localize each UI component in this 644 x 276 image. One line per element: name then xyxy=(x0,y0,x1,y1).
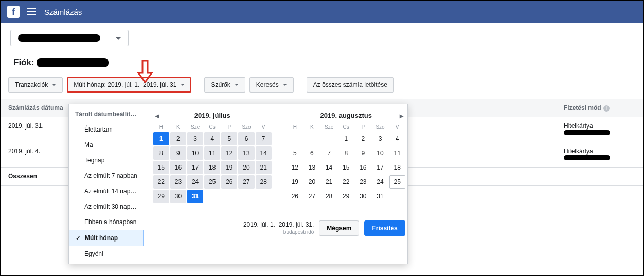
calendar-day[interactable]: 24 xyxy=(372,175,388,189)
calendar-day[interactable]: 3 xyxy=(187,132,203,145)
calendar-day[interactable]: 27 xyxy=(304,190,320,203)
dow-label: V xyxy=(256,124,272,130)
calendar-day[interactable]: 16 xyxy=(170,161,186,174)
calendar-day[interactable]: 26 xyxy=(221,175,237,189)
calendar-day[interactable]: 5 xyxy=(221,132,237,145)
calendar-day[interactable]: 12 xyxy=(221,146,237,160)
calendar-day[interactable]: 22 xyxy=(153,175,169,189)
date-range-dropdown[interactable]: Múlt hónap: 2019. júl. 1.–2019. júl. 31 xyxy=(67,77,191,93)
calendar-day[interactable]: 18 xyxy=(389,161,405,174)
calendar-month-2: 2019. augusztus▸ HKSzeCsPSzoV 1234567891… xyxy=(287,112,405,203)
calendar-day[interactable]: 24 xyxy=(187,175,203,189)
preset-header: Tárolt dátumbeállít… xyxy=(69,106,144,122)
calendar-day[interactable]: 17 xyxy=(372,161,388,174)
caret-down-icon xyxy=(52,84,56,86)
calendar-day[interactable]: 31 xyxy=(372,190,388,203)
facebook-logo[interactable]: f xyxy=(7,6,20,18)
calendar-day[interactable]: 3 xyxy=(372,132,388,145)
calendar-day[interactable]: 7 xyxy=(321,146,337,160)
calendar-day[interactable]: 1 xyxy=(153,132,169,145)
filters-dropdown[interactable]: Szűrők xyxy=(204,77,245,93)
calendar-day[interactable]: 27 xyxy=(238,175,254,189)
preset-item[interactable]: Tegnap xyxy=(69,153,144,168)
calendar-day[interactable]: 18 xyxy=(204,161,220,174)
calendar-day[interactable]: 1 xyxy=(338,132,354,145)
calendar-day[interactable]: 28 xyxy=(321,190,337,203)
calendar-day[interactable]: 23 xyxy=(355,175,371,189)
calendar-day[interactable]: 6 xyxy=(238,132,254,145)
hamburger-icon[interactable] xyxy=(27,8,36,15)
calendar-day[interactable]: 9 xyxy=(170,146,186,160)
ad-account-selector[interactable] xyxy=(10,30,129,46)
preset-item[interactable]: Egyéni xyxy=(69,246,144,262)
search-dropdown[interactable]: Keresés xyxy=(249,77,294,93)
cell-pay: Hitelkártya xyxy=(557,117,643,142)
calendar-day[interactable]: 9 xyxy=(355,146,371,160)
calendar-day[interactable]: 14 xyxy=(256,146,272,160)
prev-month-icon[interactable]: ◂ xyxy=(155,112,159,120)
calendar-day[interactable]: 6 xyxy=(304,146,320,160)
calendar-day[interactable]: 15 xyxy=(338,161,354,174)
preset-item[interactable]: Az elmúlt 14 nap… xyxy=(69,183,144,199)
transactions-dropdown[interactable]: Tranzakciók xyxy=(8,77,63,93)
calendar-day[interactable]: 10 xyxy=(187,146,203,160)
preset-list: Tárolt dátumbeállít… ÉlettartamMaTegnapA… xyxy=(69,104,144,264)
preset-item[interactable]: Ma xyxy=(69,137,144,153)
calendar-day[interactable]: 4 xyxy=(204,132,220,145)
info-icon[interactable]: i xyxy=(603,105,610,112)
dow-label: H xyxy=(287,124,303,130)
calendar-day[interactable]: 20 xyxy=(304,175,320,189)
calendar-day[interactable]: 21 xyxy=(256,161,272,174)
download-all-button[interactable]: Az összes számla letöltése xyxy=(307,77,394,93)
calendar-day[interactable]: 30 xyxy=(355,190,371,203)
calendar-day[interactable]: 31 xyxy=(187,190,203,203)
calendar-month-1: ◂2019. július HKSzeCsPSzoV 1234567891011… xyxy=(153,112,272,203)
calendar-day[interactable]: 8 xyxy=(338,146,354,160)
calendar-day[interactable]: 25 xyxy=(204,175,220,189)
calendar-day[interactable]: 2 xyxy=(355,132,371,145)
next-month-icon[interactable]: ▸ xyxy=(400,112,403,120)
calendar-day[interactable]: 26 xyxy=(287,190,303,203)
calendar-day[interactable]: 21 xyxy=(321,175,337,189)
calendar-day[interactable]: 20 xyxy=(238,161,254,174)
preset-item[interactable]: Az elmúlt 7 napban xyxy=(69,168,144,183)
preset-item[interactable]: Élettartam xyxy=(69,122,144,137)
calendar-day[interactable]: 4 xyxy=(389,132,405,145)
calendar-day[interactable]: 11 xyxy=(389,146,405,160)
calendar-day[interactable]: 7 xyxy=(256,132,272,145)
cancel-button[interactable]: Mégsem xyxy=(319,220,359,236)
calendar-day[interactable]: 13 xyxy=(304,161,320,174)
calendar-day[interactable]: 14 xyxy=(321,161,337,174)
preset-item[interactable]: Ebben a hónapban xyxy=(69,214,144,230)
calendar-day[interactable]: 19 xyxy=(221,161,237,174)
caret-down-icon xyxy=(283,84,287,86)
calendar-day[interactable]: 12 xyxy=(287,161,303,174)
calendar-day[interactable]: 29 xyxy=(153,190,169,203)
top-bar: f Számlázás xyxy=(1,1,643,23)
calendar-day[interactable]: 8 xyxy=(153,146,169,160)
redacted-account-id xyxy=(37,58,109,67)
calendar-day[interactable]: 19 xyxy=(287,175,303,189)
calendar-day[interactable]: 10 xyxy=(372,146,388,160)
calendar-day[interactable]: 11 xyxy=(204,146,220,160)
calendar-day[interactable]: 25 xyxy=(389,175,405,189)
apply-button[interactable]: Frissítés xyxy=(364,220,405,236)
calendar-day[interactable]: 5 xyxy=(287,146,303,160)
dow-label: Szo xyxy=(238,124,254,130)
caret-down-icon xyxy=(116,37,121,40)
calendar-day[interactable]: 23 xyxy=(170,175,186,189)
dow-label: Cs xyxy=(204,124,220,130)
calendar-day[interactable]: 13 xyxy=(238,146,254,160)
calendar-day[interactable]: 17 xyxy=(187,161,203,174)
calendar-day[interactable]: 29 xyxy=(338,190,354,203)
preset-item[interactable]: Az elmúlt 30 nap… xyxy=(69,199,144,214)
calendar-day[interactable]: 2 xyxy=(170,132,186,145)
calendar-day[interactable]: 30 xyxy=(170,190,186,203)
month-title: 2019. augusztus xyxy=(320,112,372,119)
calendar-day[interactable]: 22 xyxy=(338,175,354,189)
preset-item[interactable]: ✓Múlt hónap xyxy=(69,230,144,246)
calendar-day[interactable]: 28 xyxy=(256,175,272,189)
calendar-day[interactable]: 16 xyxy=(355,161,371,174)
date-picker-popover: Tárolt dátumbeállít… ÉlettartamMaTegnapA… xyxy=(68,104,408,264)
calendar-day[interactable]: 15 xyxy=(153,161,169,174)
